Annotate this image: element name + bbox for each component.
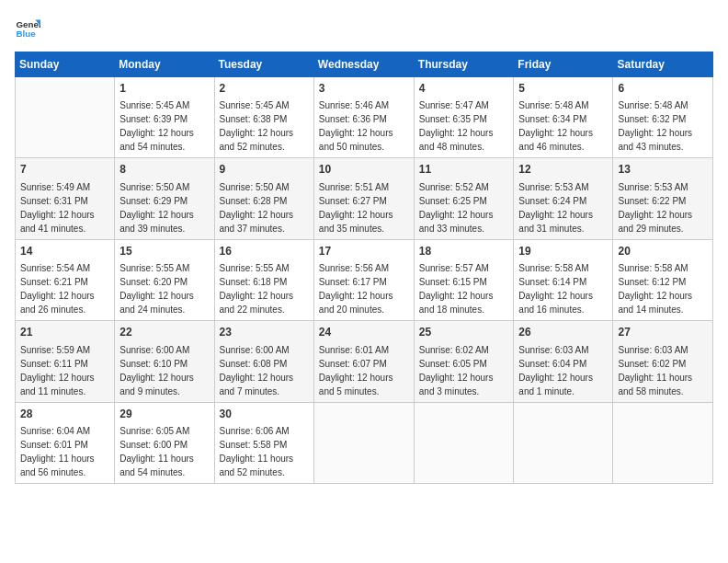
day-number: 5 (518, 81, 608, 97)
calendar-week-3: 14Sunrise: 5:54 AMSunset: 6:21 PMDayligh… (16, 239, 713, 320)
day-number: 9 (220, 162, 309, 178)
calendar-cell: 7Sunrise: 5:49 AMSunset: 6:31 PMDaylight… (16, 158, 115, 239)
calendar-cell: 24Sunrise: 6:01 AMSunset: 6:07 PMDayligh… (313, 321, 414, 402)
day-info: Sunrise: 6:06 AMSunset: 5:58 PMDaylight:… (220, 424, 309, 479)
day-info: Sunrise: 6:03 AMSunset: 6:04 PMDaylight:… (518, 343, 608, 398)
calendar-cell (613, 402, 713, 483)
day-number: 24 (319, 325, 409, 340)
day-info: Sunrise: 5:58 AMSunset: 6:12 PMDaylight:… (618, 261, 708, 316)
calendar-cell: 27Sunrise: 6:03 AMSunset: 6:02 PMDayligh… (613, 321, 713, 402)
calendar-cell: 28Sunrise: 6:04 AMSunset: 6:01 PMDayligh… (16, 402, 115, 483)
day-info: Sunrise: 5:47 AMSunset: 6:35 PMDaylight:… (419, 98, 509, 154)
day-number: 19 (518, 244, 608, 259)
calendar-cell: 1Sunrise: 5:45 AMSunset: 6:39 PMDaylight… (115, 77, 214, 158)
weekday-header-monday: Monday (115, 52, 214, 77)
day-info: Sunrise: 5:53 AMSunset: 6:24 PMDaylight:… (518, 180, 608, 236)
day-info: Sunrise: 5:54 AMSunset: 6:21 PMDaylight:… (20, 261, 109, 316)
day-info: Sunrise: 6:00 AMSunset: 6:10 PMDaylight:… (119, 343, 209, 398)
day-number: 28 (20, 407, 109, 422)
calendar-cell: 25Sunrise: 6:02 AMSunset: 6:05 PMDayligh… (414, 321, 514, 402)
calendar-cell: 29Sunrise: 6:05 AMSunset: 6:00 PMDayligh… (115, 402, 214, 483)
day-info: Sunrise: 5:48 AMSunset: 6:34 PMDaylight:… (518, 98, 608, 154)
day-number: 30 (220, 407, 309, 422)
calendar-table: SundayMondayTuesdayWednesdayThursdayFrid… (15, 52, 713, 484)
day-info: Sunrise: 5:58 AMSunset: 6:14 PMDaylight:… (518, 261, 608, 316)
day-number: 11 (419, 162, 509, 178)
calendar-cell: 20Sunrise: 5:58 AMSunset: 6:12 PMDayligh… (613, 239, 713, 320)
weekday-header-thursday: Thursday (414, 52, 514, 77)
calendar-cell: 19Sunrise: 5:58 AMSunset: 6:14 PMDayligh… (514, 239, 613, 320)
calendar-cell: 8Sunrise: 5:50 AMSunset: 6:29 PMDaylight… (115, 158, 214, 239)
day-info: Sunrise: 6:04 AMSunset: 6:01 PMDaylight:… (20, 424, 109, 479)
day-info: Sunrise: 5:49 AMSunset: 6:31 PMDaylight:… (20, 180, 109, 236)
calendar-cell: 6Sunrise: 5:48 AMSunset: 6:32 PMDaylight… (613, 77, 713, 158)
calendar-cell (16, 77, 115, 158)
day-info: Sunrise: 6:03 AMSunset: 6:02 PMDaylight:… (618, 343, 708, 398)
day-number: 6 (618, 81, 708, 97)
calendar-cell: 10Sunrise: 5:51 AMSunset: 6:27 PMDayligh… (313, 158, 414, 239)
calendar-cell: 17Sunrise: 5:56 AMSunset: 6:17 PMDayligh… (313, 239, 414, 320)
weekday-header-tuesday: Tuesday (214, 52, 313, 77)
day-number: 12 (518, 162, 608, 178)
logo: General Blue (15, 15, 44, 40)
day-number: 10 (319, 162, 409, 178)
calendar-cell: 11Sunrise: 5:52 AMSunset: 6:25 PMDayligh… (414, 158, 514, 239)
calendar-cell: 2Sunrise: 5:45 AMSunset: 6:38 PMDaylight… (214, 77, 313, 158)
day-number: 4 (419, 81, 509, 97)
day-number: 26 (518, 325, 608, 340)
day-info: Sunrise: 6:05 AMSunset: 6:00 PMDaylight:… (119, 424, 209, 479)
calendar-cell (414, 402, 514, 483)
svg-text:Blue: Blue (16, 29, 36, 39)
weekday-header-friday: Friday (514, 52, 613, 77)
day-info: Sunrise: 5:45 AMSunset: 6:38 PMDaylight:… (220, 98, 309, 154)
day-info: Sunrise: 5:45 AMSunset: 6:39 PMDaylight:… (119, 98, 209, 154)
calendar-cell: 3Sunrise: 5:46 AMSunset: 6:36 PMDaylight… (313, 77, 414, 158)
day-info: Sunrise: 6:02 AMSunset: 6:05 PMDaylight:… (419, 343, 509, 398)
calendar-week-2: 7Sunrise: 5:49 AMSunset: 6:31 PMDaylight… (16, 158, 713, 239)
day-number: 21 (20, 325, 109, 340)
day-info: Sunrise: 6:01 AMSunset: 6:07 PMDaylight:… (319, 343, 409, 398)
calendar-cell: 15Sunrise: 5:55 AMSunset: 6:20 PMDayligh… (115, 239, 214, 320)
calendar-cell: 18Sunrise: 5:57 AMSunset: 6:15 PMDayligh… (414, 239, 514, 320)
calendar-cell: 22Sunrise: 6:00 AMSunset: 6:10 PMDayligh… (115, 321, 214, 402)
day-number: 14 (20, 244, 109, 259)
day-info: Sunrise: 5:56 AMSunset: 6:17 PMDaylight:… (319, 261, 409, 316)
day-info: Sunrise: 5:55 AMSunset: 6:20 PMDaylight:… (119, 261, 209, 316)
day-number: 29 (119, 407, 209, 422)
calendar-cell: 9Sunrise: 5:50 AMSunset: 6:28 PMDaylight… (214, 158, 313, 239)
calendar-cell: 26Sunrise: 6:03 AMSunset: 6:04 PMDayligh… (514, 321, 613, 402)
calendar-cell (313, 402, 414, 483)
header: General Blue (15, 15, 713, 40)
calendar-week-4: 21Sunrise: 5:59 AMSunset: 6:11 PMDayligh… (16, 321, 713, 402)
day-info: Sunrise: 5:48 AMSunset: 6:32 PMDaylight:… (618, 98, 708, 154)
day-info: Sunrise: 6:00 AMSunset: 6:08 PMDaylight:… (220, 343, 309, 398)
day-info: Sunrise: 5:52 AMSunset: 6:25 PMDaylight:… (419, 180, 509, 236)
day-info: Sunrise: 5:57 AMSunset: 6:15 PMDaylight:… (419, 261, 509, 316)
day-info: Sunrise: 5:59 AMSunset: 6:11 PMDaylight:… (20, 343, 109, 398)
weekday-header-saturday: Saturday (613, 52, 713, 77)
day-number: 16 (220, 244, 309, 259)
calendar-cell: 23Sunrise: 6:00 AMSunset: 6:08 PMDayligh… (214, 321, 313, 402)
day-number: 20 (618, 244, 708, 259)
calendar-cell: 12Sunrise: 5:53 AMSunset: 6:24 PMDayligh… (514, 158, 613, 239)
calendar-cell: 14Sunrise: 5:54 AMSunset: 6:21 PMDayligh… (16, 239, 115, 320)
day-number: 15 (119, 244, 209, 259)
calendar-week-1: 1Sunrise: 5:45 AMSunset: 6:39 PMDaylight… (16, 77, 713, 158)
day-number: 8 (119, 162, 209, 178)
day-number: 2 (220, 81, 309, 97)
weekday-header-wednesday: Wednesday (313, 52, 414, 77)
day-info: Sunrise: 5:55 AMSunset: 6:18 PMDaylight:… (220, 261, 309, 316)
day-number: 25 (419, 325, 509, 340)
calendar-cell: 13Sunrise: 5:53 AMSunset: 6:22 PMDayligh… (613, 158, 713, 239)
day-info: Sunrise: 5:53 AMSunset: 6:22 PMDaylight:… (618, 180, 708, 236)
day-info: Sunrise: 5:50 AMSunset: 6:29 PMDaylight:… (119, 180, 209, 236)
day-number: 1 (119, 81, 209, 97)
calendar-cell: 30Sunrise: 6:06 AMSunset: 5:58 PMDayligh… (214, 402, 313, 483)
day-info: Sunrise: 5:51 AMSunset: 6:27 PMDaylight:… (319, 180, 409, 236)
calendar-cell: 21Sunrise: 5:59 AMSunset: 6:11 PMDayligh… (16, 321, 115, 402)
day-info: Sunrise: 5:46 AMSunset: 6:36 PMDaylight:… (319, 98, 409, 154)
calendar-cell: 16Sunrise: 5:55 AMSunset: 6:18 PMDayligh… (214, 239, 313, 320)
weekday-header-sunday: Sunday (16, 52, 115, 77)
day-number: 27 (618, 325, 708, 340)
day-number: 13 (618, 162, 708, 178)
